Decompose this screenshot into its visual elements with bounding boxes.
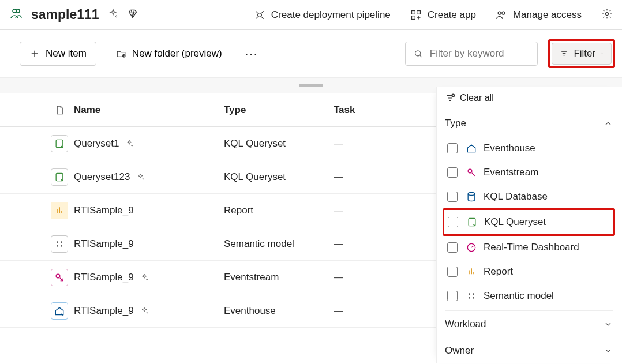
chevron-down-icon [604,346,613,355]
item-name[interactable]: RTISample_9 [74,205,134,216]
filter-button-highlight: Filter [548,39,615,68]
filter-type-label: Real-Time Dashboard [484,242,579,253]
sparkle-icon[interactable] [140,273,149,282]
new-folder-button[interactable]: New folder (preview) [107,42,231,66]
svg-point-6 [498,12,501,14]
filter-type-label: Report [484,266,513,277]
filter-type-icon [465,290,478,302]
item-task: — [334,205,414,216]
svg-point-10 [415,51,421,56]
svg-point-31 [469,297,470,299]
filter-checkbox[interactable] [447,267,458,277]
svg-point-0 [13,9,16,13]
create-pipeline-action[interactable]: Create deployment pipeline [254,9,391,21]
workspace-icon [9,7,23,22]
item-name[interactable]: RTISample_9 [74,238,134,250]
filter-checkbox[interactable] [448,217,458,227]
item-type: KQL Queryset [224,138,334,149]
svg-point-12 [132,145,133,146]
item-type: Eventstream [224,272,334,283]
filter-checkbox[interactable] [447,167,458,178]
workspace-title: sample111 [31,7,99,22]
new-item-label: New item [46,48,87,59]
item-name[interactable]: RTISample_9 [74,272,134,283]
create-app-action[interactable]: Create app [410,9,476,21]
column-task[interactable]: Task [334,104,414,116]
item-type: Semantic model [224,238,334,250]
top-bar: sample111 Create deployment pipeline Cre… [0,0,622,30]
filter-section-owner-label: Owner [445,345,474,357]
svg-rect-5 [411,16,415,19]
svg-point-29 [469,293,470,295]
item-name[interactable]: RTISample_9 [74,305,134,317]
svg-point-18 [57,245,58,246]
column-icon [45,105,74,115]
column-type[interactable]: Type [224,104,334,116]
new-folder-label: New folder (preview) [132,48,222,59]
filter-section-type-label: Type [445,118,466,129]
filter-section-workload-label: Workload [445,318,486,330]
filter-checkbox[interactable] [447,291,458,301]
item-type-icon [51,202,68,219]
filter-type-label: Eventhouse [484,142,535,154]
column-name[interactable]: Name [74,104,224,116]
item-name[interactable]: Queryset123 [74,171,130,183]
svg-rect-3 [411,10,415,14]
svg-point-21 [56,274,60,278]
filter-type-option[interactable]: Semantic model [445,284,613,308]
svg-point-1 [16,9,20,13]
item-task: — [334,272,414,283]
filter-type-option[interactable]: Report [445,260,613,284]
filter-type-label: KQL Queryset [484,216,546,228]
search-input[interactable] [429,47,529,60]
clear-all-button[interactable]: Clear all [445,87,613,110]
item-task: — [334,138,414,149]
create-app-label: Create app [428,9,476,21]
sparkle-icon[interactable] [125,139,134,148]
svg-point-32 [473,297,474,299]
filter-label: Filter [574,48,595,59]
filter-checkbox[interactable] [447,192,458,202]
item-name[interactable]: Queryset1 [74,138,119,149]
filter-type-icon [465,166,478,179]
new-item-button[interactable]: New item [20,42,96,66]
filter-type-option[interactable]: KQL Database [445,185,613,209]
filter-type-option[interactable]: Real-Time Dashboard [445,235,613,260]
sparkle-icon[interactable] [107,8,119,21]
settings-icon[interactable] [601,8,613,21]
filter-type-icon [465,142,478,155]
filter-section-type-header[interactable]: Type [445,110,613,136]
filter-checkbox[interactable] [447,143,458,153]
item-type-icon [51,302,68,320]
filter-type-icon [465,190,478,203]
item-type-icon [51,135,68,152]
filter-type-icon [465,265,478,278]
filter-section-workload-header[interactable]: Workload [445,310,613,337]
diamond-icon[interactable] [127,8,138,21]
filter-button[interactable]: Filter [552,43,612,65]
svg-point-8 [606,13,609,16]
svg-point-19 [61,245,62,246]
manage-access-action[interactable]: Manage access [496,9,582,21]
svg-point-7 [502,12,505,14]
svg-point-17 [61,241,62,243]
search-input-wrap[interactable] [405,42,538,66]
filter-type-option[interactable]: KQL Queryset [445,210,612,234]
clear-icon [445,93,455,103]
sparkle-icon[interactable] [140,306,149,316]
filter-section-owner-header[interactable]: Owner [445,337,613,363]
sparkle-icon[interactable] [136,172,145,182]
filter-section-type-body: Eventhouse Eventstream KQL Database KQL … [445,136,613,310]
chevron-up-icon [604,119,613,128]
item-type: KQL Queryset [224,171,334,183]
more-actions-button[interactable]: ··· [242,47,262,61]
filter-checkbox[interactable] [447,242,458,253]
svg-point-26 [468,193,475,196]
filter-option-highlight: KQL Queryset [443,208,615,236]
svg-point-14 [143,178,144,179]
filter-type-option[interactable]: Eventhouse [445,136,613,160]
svg-point-16 [57,241,58,243]
filter-type-icon [465,241,478,254]
filter-type-option[interactable]: Eventstream [445,160,613,185]
filter-panel: Clear all Type Eventhouse Eventstream KQ… [436,87,622,363]
